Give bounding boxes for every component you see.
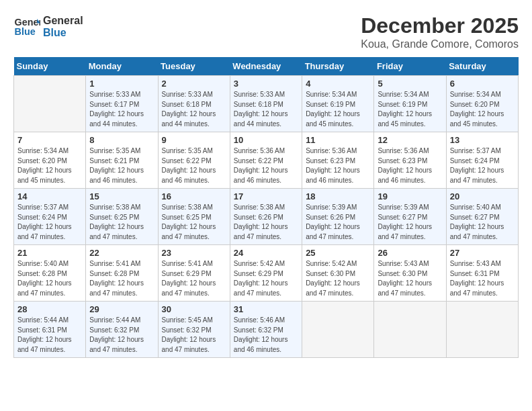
calendar-cell: 17Sunrise: 5:38 AM Sunset: 6:26 PM Dayli…	[230, 189, 302, 245]
day-info: Sunrise: 5:38 AM Sunset: 6:26 PM Dayligh…	[234, 203, 298, 242]
day-number: 7	[17, 135, 82, 145]
header-sunday: Sunday	[14, 57, 86, 76]
calendar-header-row: SundayMondayTuesdayWednesdayThursdayFrid…	[14, 57, 519, 76]
svg-text:General: General	[15, 17, 40, 28]
day-number: 26	[378, 248, 442, 258]
calendar-cell: 22Sunrise: 5:41 AM Sunset: 6:28 PM Dayli…	[86, 245, 158, 302]
calendar-cell: 1Sunrise: 5:33 AM Sunset: 6:17 PM Daylig…	[86, 76, 158, 132]
day-number: 10	[234, 135, 298, 145]
calendar-cell: 27Sunrise: 5:43 AM Sunset: 6:31 PM Dayli…	[446, 245, 518, 302]
calendar-cell: 6Sunrise: 5:34 AM Sunset: 6:20 PM Daylig…	[446, 76, 518, 132]
calendar-cell: 3Sunrise: 5:33 AM Sunset: 6:18 PM Daylig…	[230, 76, 302, 132]
calendar-cell	[14, 76, 86, 132]
calendar-cell: 28Sunrise: 5:44 AM Sunset: 6:31 PM Dayli…	[14, 302, 86, 358]
calendar-cell: 14Sunrise: 5:37 AM Sunset: 6:24 PM Dayli…	[14, 189, 86, 245]
day-info: Sunrise: 5:33 AM Sunset: 6:18 PM Dayligh…	[162, 90, 226, 129]
day-number: 18	[306, 191, 370, 201]
calendar-cell: 12Sunrise: 5:36 AM Sunset: 6:23 PM Dayli…	[374, 132, 446, 189]
day-number: 31	[234, 304, 298, 314]
calendar-title: December 2025	[361, 13, 519, 38]
day-info: Sunrise: 5:42 AM Sunset: 6:29 PM Dayligh…	[234, 259, 298, 298]
calendar-cell: 10Sunrise: 5:36 AM Sunset: 6:22 PM Dayli…	[230, 132, 302, 189]
day-number: 28	[17, 304, 82, 314]
calendar-cell: 20Sunrise: 5:40 AM Sunset: 6:27 PM Dayli…	[446, 189, 518, 245]
calendar-cell: 29Sunrise: 5:44 AM Sunset: 6:32 PM Dayli…	[86, 302, 158, 358]
day-number: 4	[306, 79, 370, 89]
day-info: Sunrise: 5:39 AM Sunset: 6:27 PM Dayligh…	[378, 203, 442, 242]
header-monday: Monday	[86, 57, 158, 76]
calendar-cell	[302, 302, 374, 358]
day-number: 1	[89, 79, 154, 89]
calendar-table: SundayMondayTuesdayWednesdayThursdayFrid…	[13, 57, 519, 358]
calendar-cell: 23Sunrise: 5:41 AM Sunset: 6:29 PM Dayli…	[158, 245, 230, 302]
calendar-cell: 7Sunrise: 5:34 AM Sunset: 6:20 PM Daylig…	[14, 132, 86, 189]
day-info: Sunrise: 5:34 AM Sunset: 6:19 PM Dayligh…	[378, 90, 442, 129]
day-number: 17	[234, 191, 298, 201]
day-info: Sunrise: 5:38 AM Sunset: 6:25 PM Dayligh…	[162, 203, 226, 242]
day-number: 19	[378, 191, 442, 201]
calendar-subtitle: Koua, Grande Comore, Comoros	[361, 38, 519, 50]
day-number: 14	[17, 191, 82, 201]
day-number: 29	[89, 304, 154, 314]
day-number: 13	[450, 135, 515, 145]
day-info: Sunrise: 5:34 AM Sunset: 6:19 PM Dayligh…	[306, 90, 370, 129]
calendar-week-1: 1Sunrise: 5:33 AM Sunset: 6:17 PM Daylig…	[14, 76, 519, 132]
day-info: Sunrise: 5:44 AM Sunset: 6:32 PM Dayligh…	[89, 316, 154, 355]
logo-text-line1: General	[43, 15, 83, 27]
calendar-cell: 19Sunrise: 5:39 AM Sunset: 6:27 PM Dayli…	[374, 189, 446, 245]
day-info: Sunrise: 5:39 AM Sunset: 6:26 PM Dayligh…	[306, 203, 370, 242]
day-info: Sunrise: 5:36 AM Sunset: 6:22 PM Dayligh…	[234, 146, 298, 185]
calendar-week-3: 14Sunrise: 5:37 AM Sunset: 6:24 PM Dayli…	[14, 189, 519, 245]
calendar-cell: 4Sunrise: 5:34 AM Sunset: 6:19 PM Daylig…	[302, 76, 374, 132]
calendar-body: 1Sunrise: 5:33 AM Sunset: 6:17 PM Daylig…	[14, 76, 519, 358]
day-number: 9	[162, 135, 226, 145]
logo: General Blue General Blue	[13, 13, 83, 40]
day-number: 11	[306, 135, 370, 145]
day-number: 2	[162, 79, 226, 89]
calendar-cell: 26Sunrise: 5:43 AM Sunset: 6:30 PM Dayli…	[374, 245, 446, 302]
calendar-cell: 5Sunrise: 5:34 AM Sunset: 6:19 PM Daylig…	[374, 76, 446, 132]
day-number: 25	[306, 248, 370, 258]
day-info: Sunrise: 5:40 AM Sunset: 6:28 PM Dayligh…	[17, 259, 82, 298]
day-number: 23	[162, 248, 226, 258]
calendar-cell: 30Sunrise: 5:45 AM Sunset: 6:32 PM Dayli…	[158, 302, 230, 358]
day-info: Sunrise: 5:41 AM Sunset: 6:28 PM Dayligh…	[89, 259, 154, 298]
day-info: Sunrise: 5:45 AM Sunset: 6:32 PM Dayligh…	[162, 316, 226, 355]
header-section: General Blue General Blue December 2025 …	[13, 13, 519, 50]
day-number: 21	[17, 248, 82, 258]
header-wednesday: Wednesday	[230, 57, 302, 76]
calendar-cell: 13Sunrise: 5:37 AM Sunset: 6:24 PM Dayli…	[446, 132, 518, 189]
day-info: Sunrise: 5:37 AM Sunset: 6:24 PM Dayligh…	[17, 203, 82, 242]
day-number: 22	[89, 248, 154, 258]
day-info: Sunrise: 5:33 AM Sunset: 6:17 PM Dayligh…	[89, 90, 154, 129]
day-number: 8	[89, 135, 154, 145]
calendar-week-4: 21Sunrise: 5:40 AM Sunset: 6:28 PM Dayli…	[14, 245, 519, 302]
calendar-cell: 15Sunrise: 5:38 AM Sunset: 6:25 PM Dayli…	[86, 189, 158, 245]
calendar-cell: 9Sunrise: 5:35 AM Sunset: 6:22 PM Daylig…	[158, 132, 230, 189]
logo-text-line2: Blue	[43, 27, 83, 39]
day-info: Sunrise: 5:33 AM Sunset: 6:18 PM Dayligh…	[234, 90, 298, 129]
day-info: Sunrise: 5:34 AM Sunset: 6:20 PM Dayligh…	[450, 90, 515, 129]
day-info: Sunrise: 5:43 AM Sunset: 6:31 PM Dayligh…	[450, 259, 515, 298]
day-number: 24	[234, 248, 298, 258]
calendar-cell: 21Sunrise: 5:40 AM Sunset: 6:28 PM Dayli…	[14, 245, 86, 302]
calendar-cell: 16Sunrise: 5:38 AM Sunset: 6:25 PM Dayli…	[158, 189, 230, 245]
day-info: Sunrise: 5:43 AM Sunset: 6:30 PM Dayligh…	[378, 259, 442, 298]
day-info: Sunrise: 5:41 AM Sunset: 6:29 PM Dayligh…	[162, 259, 226, 298]
calendar-week-2: 7Sunrise: 5:34 AM Sunset: 6:20 PM Daylig…	[14, 132, 519, 189]
day-info: Sunrise: 5:35 AM Sunset: 6:22 PM Dayligh…	[162, 146, 226, 185]
svg-text:Blue: Blue	[15, 26, 36, 37]
day-number: 20	[450, 191, 515, 201]
day-number: 6	[450, 79, 515, 89]
logo-icon: General Blue	[13, 13, 40, 40]
day-info: Sunrise: 5:34 AM Sunset: 6:20 PM Dayligh…	[17, 146, 82, 185]
day-number: 12	[378, 135, 442, 145]
calendar-cell: 8Sunrise: 5:35 AM Sunset: 6:21 PM Daylig…	[86, 132, 158, 189]
calendar-cell: 31Sunrise: 5:46 AM Sunset: 6:32 PM Dayli…	[230, 302, 302, 358]
calendar-cell	[446, 302, 518, 358]
day-info: Sunrise: 5:38 AM Sunset: 6:25 PM Dayligh…	[89, 203, 154, 242]
day-info: Sunrise: 5:46 AM Sunset: 6:32 PM Dayligh…	[234, 316, 298, 355]
day-number: 5	[378, 79, 442, 89]
header-thursday: Thursday	[302, 57, 374, 76]
calendar-cell: 11Sunrise: 5:36 AM Sunset: 6:23 PM Dayli…	[302, 132, 374, 189]
